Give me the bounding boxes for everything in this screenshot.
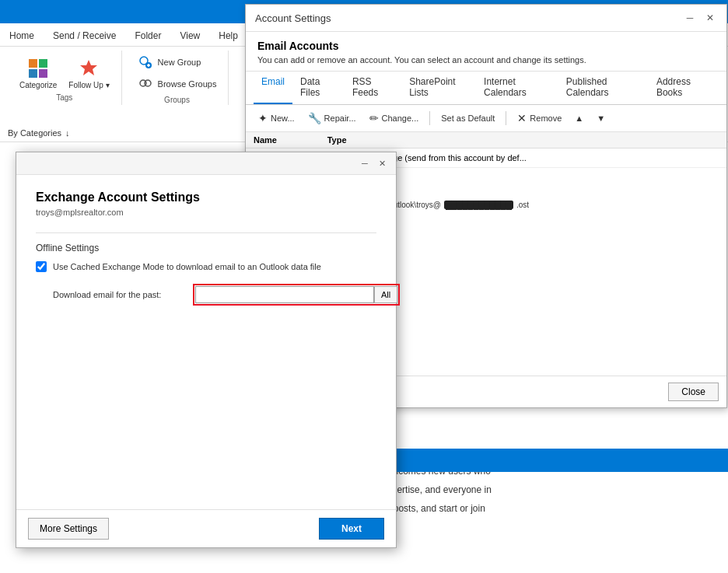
account-settings-header: Email Accounts You can add or remove an … [246, 32, 726, 72]
cached-mode-label: Use Cached Exchange Mode to download ema… [53, 262, 321, 271]
account-settings-titlebar: Account Settings ─ ✕ [246, 5, 726, 32]
up-arrow: ▲ [575, 114, 583, 123]
toolbar-separator-2 [506, 111, 506, 125]
account-settings-tabs: Email Data Files RSS Feeds SharePoint Li… [246, 72, 726, 105]
sort-label: By Categories [8, 128, 61, 138]
exchange-footer: More Settings Next [16, 509, 396, 547]
follow-up-label: Follow Up ▾ [68, 81, 109, 89]
download-input[interactable] [195, 286, 374, 303]
tab-view[interactable]: View [170, 27, 209, 46]
close-button-account[interactable]: ✕ [703, 11, 717, 25]
change-button[interactable]: ✏ Change... [365, 110, 424, 127]
categorize-button[interactable]: Categorize [16, 54, 61, 92]
minimize-button[interactable]: ─ [683, 11, 697, 25]
categorize-icon [26, 56, 51, 81]
cached-mode-checkbox[interactable] [36, 261, 47, 272]
new-group-label: New Group [158, 58, 201, 67]
titlebar-controls: ─ ✕ [683, 11, 717, 25]
exchange-account-title: Exchange Account Settings [36, 190, 376, 204]
close-account-button[interactable]: Close [668, 383, 719, 401]
more-settings-button[interactable]: More Settings [28, 518, 109, 540]
change-label: Change... [382, 114, 419, 123]
svg-rect-1 [39, 59, 47, 68]
account-toolbar: ✦ New... 🔧 Repair... ✏ Change... Set as … [246, 105, 726, 132]
new-icon: ✦ [258, 112, 268, 124]
remove-icon: ✕ [517, 112, 527, 124]
next-button[interactable]: Next [319, 518, 384, 540]
remove-button[interactable]: ✕ Remove [513, 110, 566, 127]
exchange-titlebar: ─ ✕ [16, 152, 396, 175]
remove-label: Remove [530, 114, 562, 123]
move-down-button[interactable]: ▼ [592, 111, 610, 125]
exchange-email: troys@mplsrealtor.com [36, 208, 376, 217]
download-row: Download email for the past: All [53, 284, 376, 306]
svg-rect-2 [29, 69, 37, 78]
categorize-label: Categorize [19, 81, 57, 89]
tab-published-calendars[interactable]: Published Calendars [558, 72, 649, 104]
repair-button[interactable]: 🔧 Repair... [303, 110, 361, 127]
set-default-button[interactable]: Set as Default [436, 111, 499, 125]
svg-point-10 [145, 80, 151, 86]
ribbon-group-groups: New Group Browse Groups Groups [126, 51, 229, 105]
new-label: New... [271, 114, 295, 123]
exchange-dialog: ─ ✕ Exchange Account Settings troys@mpls… [16, 152, 397, 548]
groups-group-label: Groups [164, 96, 190, 104]
cached-mode-row: Use Cached Exchange Mode to download ema… [36, 261, 376, 272]
offline-settings-label: Offline Settings [36, 243, 376, 253]
tab-internet-calendars[interactable]: Internet Calendars [476, 72, 558, 104]
browse-groups-icon [138, 76, 153, 92]
exchange-body: Exchange Account Settings troys@mplsreal… [16, 175, 396, 333]
browse-groups-label: Browse Groups [158, 79, 217, 89]
account-settings-title: Account Settings [255, 12, 331, 24]
redacted-domain: ████████████ [444, 201, 513, 209]
move-up-button[interactable]: ▲ [570, 111, 588, 125]
tags-group-label: Tags [56, 93, 72, 102]
account-settings-desc: You can add or remove an account. You ca… [257, 55, 715, 65]
repair-label: Repair... [324, 114, 356, 123]
exchange-titlebar-controls: ─ ✕ [359, 157, 388, 169]
account-settings-heading: Email Accounts [257, 40, 715, 52]
svg-rect-3 [39, 69, 47, 78]
exchange-close-btn[interactable]: ✕ [376, 157, 388, 169]
tab-data-files[interactable]: Data Files [292, 72, 345, 104]
exchange-minimize-btn[interactable]: ─ [359, 157, 371, 169]
download-label-text: Download email for the past: [53, 290, 185, 299]
col-name: Name [246, 132, 320, 148]
tab-home[interactable]: Home [0, 27, 44, 46]
new-account-button[interactable]: ✦ New... [254, 110, 299, 127]
tab-folder[interactable]: Folder [125, 27, 170, 46]
tab-email[interactable]: Email [254, 72, 292, 104]
download-input-wrapper: All [193, 284, 400, 306]
follow-up-button[interactable]: Follow Up ▾ [65, 54, 113, 92]
change-icon: ✏ [369, 112, 379, 124]
tab-sharepoint[interactable]: SharePoint Lists [401, 72, 476, 104]
browse-groups-button[interactable]: Browse Groups [134, 74, 221, 94]
new-group-icon [138, 54, 153, 70]
ribbon-group-tags: Categorize Follow Up ▾ Tags [8, 51, 122, 105]
toolbar-separator [429, 111, 430, 125]
repair-icon: 🔧 [308, 112, 321, 124]
tab-address-books[interactable]: Address Books [649, 72, 719, 104]
tab-send-receive[interactable]: Send / Receive [44, 27, 125, 46]
col-type: Type [320, 132, 726, 148]
set-default-label: Set as Default [441, 114, 495, 123]
sort-arrow: ↓ [65, 128, 70, 138]
down-arrow: ▼ [597, 114, 605, 123]
new-group-button[interactable]: New Group [134, 52, 221, 72]
tab-rss-feeds[interactable]: RSS Feeds [345, 72, 401, 104]
download-all-button[interactable]: All [374, 286, 397, 303]
svg-marker-4 [80, 60, 97, 75]
follow-up-icon [76, 56, 101, 81]
svg-rect-0 [29, 59, 37, 68]
